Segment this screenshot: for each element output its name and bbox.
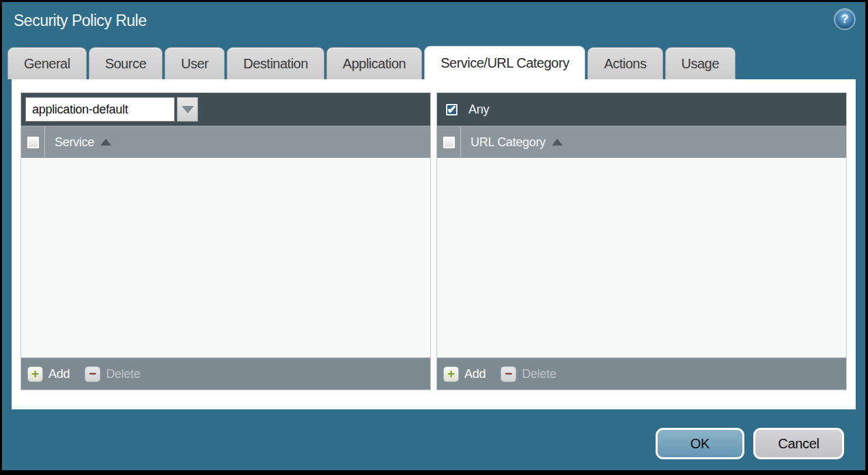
service-column-sort[interactable]: Service — [45, 135, 111, 150]
service-panel-header: application-default — [21, 93, 430, 126]
url-category-add-label: Add — [464, 367, 486, 381]
title-bar: Security Policy Rule ? — [2, 2, 865, 45]
tab-application[interactable]: Application — [326, 47, 422, 79]
url-category-list-empty-area[interactable] — [437, 158, 846, 357]
sort-ascending-icon — [100, 139, 111, 146]
url-category-delete-label: Delete — [522, 367, 556, 381]
url-category-column-header: URL Category — [437, 126, 846, 158]
service-add-label: Add — [48, 367, 70, 381]
minus-icon: − — [85, 366, 100, 382]
service-type-value[interactable]: application-default — [25, 97, 175, 122]
help-icon[interactable]: ? — [835, 10, 854, 29]
service-select-all-checkbox[interactable] — [27, 136, 40, 149]
tab-service-url-category[interactable]: Service/URL Category — [424, 46, 585, 79]
sort-ascending-icon — [552, 139, 563, 146]
tab-general[interactable]: General — [8, 47, 87, 79]
plus-icon: + — [443, 366, 459, 382]
tab-destination[interactable]: Destination — [227, 47, 324, 79]
service-add-button[interactable]: + Add — [27, 366, 70, 382]
chevron-down-icon — [182, 106, 194, 113]
tab-usage[interactable]: Usage — [665, 47, 736, 79]
service-list-empty-area[interactable] — [21, 158, 430, 357]
ok-button[interactable]: OK — [656, 428, 744, 459]
tab-user[interactable]: User — [165, 47, 225, 79]
url-category-panel: ✔ Any URL Category + Add — [436, 92, 847, 390]
service-delete-label: Delete — [106, 367, 140, 381]
service-delete-button[interactable]: − Delete — [85, 366, 140, 382]
url-category-select-all-cell — [437, 126, 460, 158]
cancel-button[interactable]: Cancel — [753, 428, 844, 459]
tab-source[interactable]: Source — [89, 47, 163, 79]
url-category-column-sort[interactable]: URL Category — [461, 135, 563, 150]
service-column-header: Service — [21, 126, 430, 158]
url-category-panel-toolbar: + Add − Delete — [437, 357, 846, 390]
plus-icon: + — [27, 366, 43, 382]
service-column-label: Service — [55, 135, 94, 150]
dialog-title: Security Policy Rule — [14, 12, 147, 30]
url-category-column-label: URL Category — [471, 135, 546, 150]
any-option: ✔ Any — [441, 103, 489, 117]
url-category-add-button[interactable]: + Add — [443, 366, 486, 382]
any-label: Any — [468, 103, 489, 117]
tab-bar: General Source User Destination Applicat… — [8, 46, 736, 79]
dialog-action-buttons: OK Cancel — [656, 428, 844, 459]
minus-icon: − — [501, 366, 516, 382]
service-select-all-cell — [21, 126, 44, 158]
any-checkbox[interactable]: ✔ — [445, 103, 458, 116]
tab-actions[interactable]: Actions — [587, 47, 662, 79]
security-policy-rule-dialog: Security Policy Rule ? General Source Us… — [0, 0, 868, 475]
url-category-delete-button[interactable]: − Delete — [501, 366, 556, 382]
service-panel: application-default Service — [20, 92, 431, 390]
url-category-select-all-checkbox[interactable] — [443, 136, 456, 149]
service-type-dropdown-button[interactable] — [177, 97, 198, 122]
url-category-panel-header: ✔ Any — [437, 93, 846, 126]
service-type-select: application-default — [25, 97, 198, 122]
service-panel-toolbar: + Add − Delete — [21, 357, 430, 390]
tab-content-service-url-category: application-default Service — [12, 79, 856, 409]
